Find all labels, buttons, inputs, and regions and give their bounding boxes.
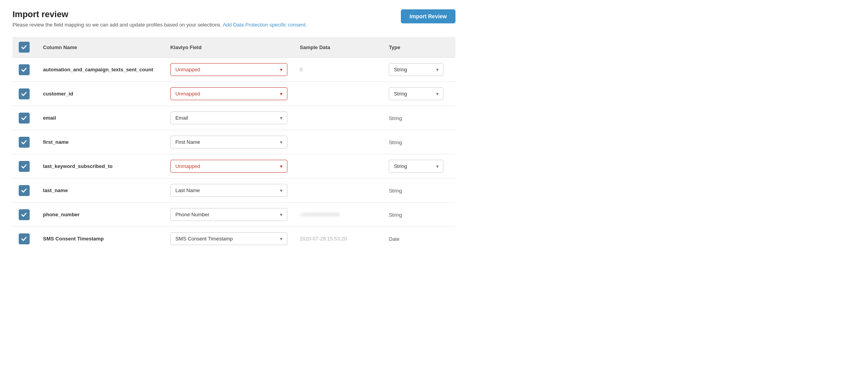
import-review-button[interactable]: Import Review	[401, 9, 455, 23]
sample-data-header: Sample Data	[294, 37, 383, 58]
type-select[interactable]: String	[389, 63, 443, 76]
klaviyo-field-cell: Phone Number ▼	[164, 203, 294, 227]
page-header: Import review Please review the field ma…	[12, 9, 455, 28]
sample-data-cell: 0	[294, 58, 383, 82]
klaviyo-field-cell: Email ▼	[164, 106, 294, 130]
page-title: Import review	[12, 9, 307, 19]
sample-data-cell: +1XXXXXXXXXX	[294, 203, 383, 227]
klaviyo-field-select[interactable]: Last Name	[170, 184, 287, 197]
klaviyo-field-select[interactable]: Email	[170, 111, 287, 124]
row-checkbox[interactable]	[19, 161, 30, 172]
mapping-table: Column Name Klaviyo Field Sample Data Ty…	[12, 37, 455, 251]
header-left: Import review Please review the field ma…	[12, 9, 307, 28]
type-cell: String ▼	[383, 82, 455, 106]
type-cell: String ▼	[383, 58, 455, 82]
row-checkbox-cell	[12, 154, 37, 178]
sample-data-cell: 2020-07-28 15:53:20	[294, 227, 383, 251]
klaviyo-field-select-wrapper: Unmapped ▼	[170, 87, 287, 100]
klaviyo-field-cell: Last Name ▼	[164, 178, 294, 203]
type-select-wrapper: String ▼	[389, 63, 443, 76]
type-cell: String	[383, 130, 455, 154]
header-checkbox-col	[12, 37, 37, 58]
table-row: first_name First Name ▼ String	[12, 130, 455, 154]
klaviyo-field-select[interactable]: First Name	[170, 136, 287, 148]
type-cell: String ▼	[383, 154, 455, 178]
klaviyo-field-cell: Unmapped ▼	[164, 154, 294, 178]
klaviyo-field-select[interactable]: Unmapped	[170, 63, 287, 76]
table-row: email Email ▼ String	[12, 106, 455, 130]
klaviyo-field-cell: Unmapped ▼	[164, 82, 294, 106]
row-checkbox-cell	[12, 58, 37, 82]
klaviyo-field-select-wrapper: Unmapped ▼	[170, 63, 287, 76]
klaviyo-field-cell: SMS Consent Timestamp ▼	[164, 227, 294, 251]
sample-data-cell	[294, 82, 383, 106]
klaviyo-field-select[interactable]: SMS Consent Timestamp	[170, 232, 287, 245]
row-checkbox-cell	[12, 106, 37, 130]
column-name-cell: first_name	[37, 130, 164, 154]
row-checkbox[interactable]	[19, 137, 30, 148]
table-row: automation_and_campaign_texts_sent_count…	[12, 58, 455, 82]
column-name-cell: last_keyword_subscribed_to	[37, 154, 164, 178]
table-body: automation_and_campaign_texts_sent_count…	[12, 58, 455, 251]
klaviyo-field-select[interactable]: Unmapped	[170, 87, 287, 100]
data-protection-link[interactable]: Add Data Protection specific consent.	[223, 22, 307, 28]
klaviyo-field-select-wrapper: Phone Number ▼	[170, 208, 287, 221]
type-cell: String	[383, 106, 455, 130]
type-text: String	[389, 212, 402, 218]
type-cell: String	[383, 203, 455, 227]
type-cell: Date	[383, 227, 455, 251]
row-checkbox-cell	[12, 203, 37, 227]
row-checkbox-cell	[12, 227, 37, 251]
klaviyo-field-select-wrapper: First Name ▼	[170, 136, 287, 148]
type-cell: String	[383, 178, 455, 203]
column-name-cell: SMS Consent Timestamp	[37, 227, 164, 251]
type-text: String	[389, 115, 402, 121]
sample-data-cell	[294, 130, 383, 154]
type-header: Type	[383, 37, 455, 58]
row-checkbox[interactable]	[19, 209, 30, 220]
sample-data-cell	[294, 154, 383, 178]
table-row: phone_number Phone Number ▼ +1XXXXXXXXXX…	[12, 203, 455, 227]
sample-data-cell	[294, 106, 383, 130]
klaviyo-field-cell: Unmapped ▼	[164, 58, 294, 82]
klaviyo-field-select-wrapper: SMS Consent Timestamp ▼	[170, 232, 287, 245]
type-select[interactable]: String	[389, 160, 443, 173]
column-name-cell: customer_id	[37, 82, 164, 106]
table-row: customer_id Unmapped ▼ String ▼	[12, 82, 455, 106]
row-checkbox[interactable]	[19, 113, 30, 124]
klaviyo-field-cell: First Name ▼	[164, 130, 294, 154]
row-checkbox[interactable]	[19, 185, 30, 196]
row-checkbox-cell	[12, 178, 37, 203]
column-name-cell: last_name	[37, 178, 164, 203]
klaviyo-field-select-wrapper: Unmapped ▼	[170, 160, 287, 173]
type-text: String	[389, 188, 402, 194]
klaviyo-field-select-wrapper: Last Name ▼	[170, 184, 287, 197]
klaviyo-field-select-wrapper: Email ▼	[170, 111, 287, 124]
column-name-cell: email	[37, 106, 164, 130]
sample-data-cell	[294, 178, 383, 203]
type-select-wrapper: String ▼	[389, 160, 443, 173]
type-select-wrapper: String ▼	[389, 87, 443, 100]
row-checkbox[interactable]	[19, 64, 30, 75]
klaviyo-field-select[interactable]: Unmapped	[170, 160, 287, 173]
table-header-row: Column Name Klaviyo Field Sample Data Ty…	[12, 37, 455, 58]
row-checkbox-cell	[12, 130, 37, 154]
type-text: String	[389, 140, 402, 145]
table-row: SMS Consent Timestamp SMS Consent Timest…	[12, 227, 455, 251]
page-container: Import review Please review the field ma…	[0, 0, 468, 260]
klaviyo-field-header: Klaviyo Field	[164, 37, 294, 58]
row-checkbox-cell	[12, 82, 37, 106]
header-checkbox[interactable]	[19, 42, 30, 53]
type-text: Date	[389, 236, 399, 242]
row-checkbox[interactable]	[19, 233, 30, 244]
klaviyo-field-select[interactable]: Phone Number	[170, 208, 287, 221]
type-select[interactable]: String	[389, 87, 443, 100]
column-name-cell: automation_and_campaign_texts_sent_count	[37, 58, 164, 82]
table-row: last_name Last Name ▼ String	[12, 178, 455, 203]
row-checkbox[interactable]	[19, 88, 30, 99]
column-name-cell: phone_number	[37, 203, 164, 227]
page-description: Please review the field mapping so we ca…	[12, 22, 307, 28]
column-name-header: Column Name	[37, 37, 164, 58]
table-row: last_keyword_subscribed_to Unmapped ▼ St…	[12, 154, 455, 178]
